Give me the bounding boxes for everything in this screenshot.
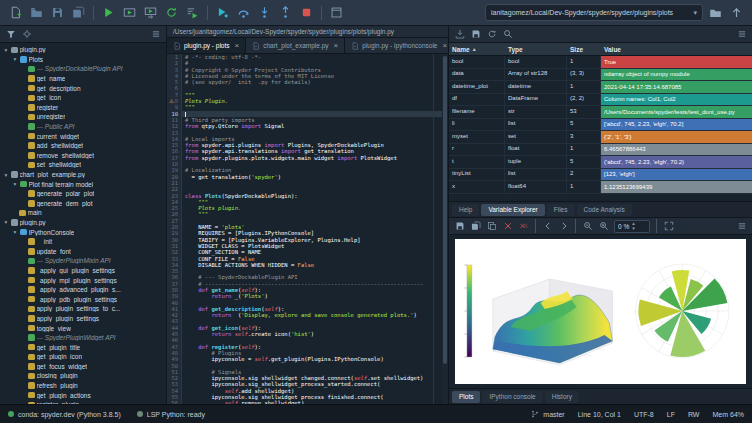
zoom-level-spinbox[interactable]: 0 %▴▾ xyxy=(614,220,650,233)
pane-tab-code-analysis[interactable]: Code Analysis xyxy=(577,204,632,216)
outline-item[interactable]: --- SpyderPluginWidget API xyxy=(0,333,166,343)
close-tab-icon[interactable]: × xyxy=(442,42,447,50)
outline-item[interactable]: add_shellwidget xyxy=(0,141,166,151)
outline-item[interactable]: apply_plugin_settings xyxy=(0,314,166,324)
outline-item[interactable]: set_shellwidget xyxy=(0,160,166,170)
save-all-button[interactable] xyxy=(69,3,88,22)
spinner-arrows-icon[interactable]: ▴▾ xyxy=(632,221,635,231)
save-file-button[interactable] xyxy=(48,3,67,22)
rerun-cell-button[interactable] xyxy=(162,3,181,22)
outline-item[interactable]: ▾chart_plot_example.py xyxy=(0,170,166,180)
working-directory-combo[interactable]: ianitagomez/Local/Dev-Spyder/spyder/spyd… xyxy=(485,4,703,21)
zoom-in-button[interactable] xyxy=(596,219,611,234)
outline-item[interactable]: get_name xyxy=(0,74,166,84)
run-cell-button[interactable] xyxy=(120,3,139,22)
variable-row[interactable]: dfDataFrame(2, 2)Column names: Col1, Col… xyxy=(449,94,752,107)
outline-item[interactable]: --- SpyderDockablePlugin API xyxy=(0,64,166,74)
step-return-button[interactable] xyxy=(276,3,295,22)
variable-value[interactable]: ('abcd', 745, 2.23, 'efgh', 70.2) xyxy=(601,156,752,168)
variable-row[interactable]: xfloat6411.1235123699439 xyxy=(449,181,752,194)
outline-item[interactable]: ▾IPythonConsole xyxy=(0,227,166,237)
outline-item[interactable]: register xyxy=(0,103,166,113)
outline-item[interactable]: _apply_gui_plugin_settings xyxy=(0,266,166,276)
expander-icon[interactable]: ▾ xyxy=(3,219,9,225)
pane-tab-history[interactable]: History xyxy=(545,391,579,403)
new-file-button[interactable] xyxy=(6,3,25,22)
options-menu-button[interactable] xyxy=(148,27,163,42)
outline-item[interactable]: _apply_mpl_plugin_settings xyxy=(0,275,166,285)
variable-row[interactable]: mysetset3{'2', '1', '3'} xyxy=(449,131,752,144)
outline-item[interactable]: get_plugin_actions xyxy=(0,390,166,400)
variable-row[interactable]: boolbool1True xyxy=(449,56,752,69)
variable-row[interactable]: rfloat16.46567886443 xyxy=(449,144,752,157)
variable-value[interactable]: /Users/Documents/spyder/tests/test_dont_… xyxy=(601,106,752,118)
column-header-value[interactable]: Value xyxy=(601,46,752,53)
outline-item[interactable]: remove_shellwidget xyxy=(0,151,166,161)
variable-row[interactable]: ttuple5('abcd', 745, 2.23, 'efgh', 70.2) xyxy=(449,156,752,169)
fit-plot-button[interactable] xyxy=(661,219,676,234)
variable-value[interactable]: [123, 'efgh'] xyxy=(601,169,752,181)
expander-icon[interactable]: ▾ xyxy=(3,47,9,53)
outline-item[interactable]: apply_plugin_settings_to_c... xyxy=(0,304,166,314)
outline-item[interactable]: get_description xyxy=(0,83,166,93)
outline-item[interactable]: refresh_plugin xyxy=(0,381,166,391)
outline-item[interactable]: __init__ xyxy=(0,237,166,247)
column-header-size[interactable]: Size xyxy=(567,46,601,53)
outline-item[interactable]: ▾plugin.py xyxy=(0,218,166,228)
zoom-out-button[interactable] xyxy=(580,219,595,234)
outline-item[interactable]: --- Public API xyxy=(0,122,166,132)
stop-debug-button[interactable] xyxy=(297,3,316,22)
outline-item[interactable]: main xyxy=(0,208,166,218)
previous-plot-button[interactable] xyxy=(540,219,555,234)
follow-cursor-button[interactable] xyxy=(19,27,34,42)
import-data-button[interactable] xyxy=(452,27,467,42)
outline-item[interactable]: get_icon xyxy=(0,93,166,103)
outline-item[interactable]: _apply_advanced_plugin_s... xyxy=(0,285,166,295)
outline-item[interactable]: get_plugin_icon xyxy=(0,352,166,362)
refresh-button[interactable] xyxy=(484,27,499,42)
outline-item[interactable]: ▾plugin.py xyxy=(0,45,166,55)
pane-tab-files[interactable]: Files xyxy=(547,204,575,216)
editor-scrollbar[interactable] xyxy=(442,54,448,404)
variable-row[interactable]: lilist5['abcd', 745, 2.23, 'efgh', 70.2] xyxy=(449,119,752,132)
variable-row[interactable]: filenamestr53/Users/Documents/spyder/tes… xyxy=(449,106,752,119)
variable-value[interactable]: 1.1235123699439 xyxy=(601,181,752,193)
variable-value[interactable]: ndarray object of numpy module xyxy=(601,69,752,81)
variable-row[interactable]: tinyListlist2[123, 'efgh'] xyxy=(449,169,752,182)
outline-item[interactable]: toggle_view xyxy=(0,323,166,333)
variable-row[interactable]: dataArray of str128(3, 3)ndarray object … xyxy=(449,69,752,82)
scrollbar-thumb[interactable] xyxy=(443,56,447,364)
variable-value[interactable]: 2021-04-14 17:35:14.687085 xyxy=(601,81,752,93)
editor-tab[interactable]: plugin.py - ipythonconsole× xyxy=(345,38,454,53)
next-plot-button[interactable] xyxy=(556,219,571,234)
open-file-button[interactable] xyxy=(27,3,46,22)
variable-value[interactable]: 6.46567886443 xyxy=(601,144,752,156)
expander-icon[interactable]: ▾ xyxy=(12,229,18,235)
code-area[interactable]: 1# -*- coding: utf-8 -*-2#3# Copyright ©… xyxy=(167,54,448,404)
outline-item[interactable]: unregister xyxy=(0,112,166,122)
options-menu-button[interactable] xyxy=(734,219,749,234)
outline-item[interactable]: current_widget xyxy=(0,131,166,141)
debug-file-button[interactable] xyxy=(213,3,232,22)
variable-value[interactable]: True xyxy=(601,56,752,68)
outline-item[interactable]: _apply_pdb_plugin_settings xyxy=(0,294,166,304)
outline-item[interactable]: --- SpyderPluginMixin API xyxy=(0,256,166,266)
save-data-button[interactable] xyxy=(468,27,483,42)
browse-working-directory-button[interactable] xyxy=(706,3,725,22)
run-selection-button[interactable] xyxy=(183,3,202,22)
editor-tab[interactable]: chart_plot_example.py× xyxy=(246,38,345,53)
filter-button[interactable] xyxy=(3,27,18,42)
outline-item[interactable]: get_focus_widget xyxy=(0,362,166,372)
step-into-button[interactable] xyxy=(255,3,274,22)
close-tab-icon[interactable]: × xyxy=(235,42,240,50)
outline-item[interactable]: update_font xyxy=(0,246,166,256)
close-tab-icon[interactable]: × xyxy=(334,42,339,50)
save-plot-button[interactable] xyxy=(452,219,467,234)
remove-all-plots-button[interactable] xyxy=(516,219,531,234)
outline-item[interactable]: generate_dem_plot xyxy=(0,199,166,209)
outline-item[interactable]: closing_plugin xyxy=(0,371,166,381)
variable-value[interactable]: {'2', '1', '3'} xyxy=(601,131,752,143)
column-header-type[interactable]: Type xyxy=(505,46,567,53)
run-cell-advance-button[interactable] xyxy=(141,3,160,22)
pane-tab-help[interactable]: Help xyxy=(452,204,479,216)
